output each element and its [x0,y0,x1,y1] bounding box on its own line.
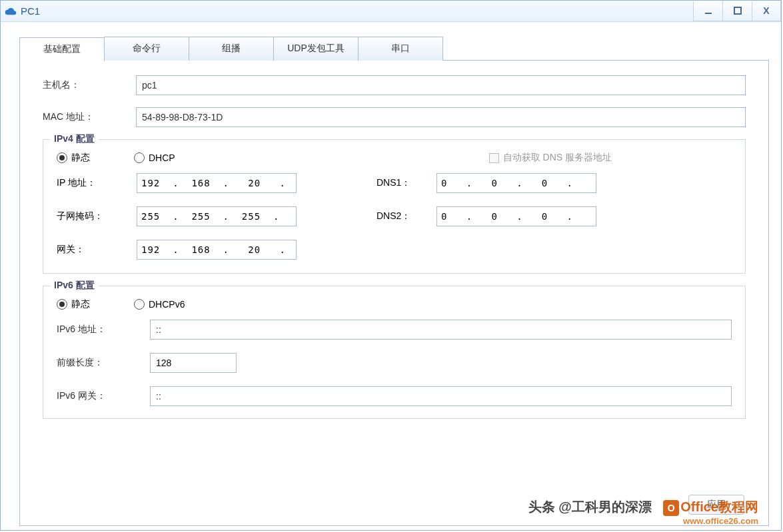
dns1-input[interactable] [436,173,596,193]
ipv4-static-label: 静态 [71,152,90,164]
titlebar-left: PC1 [5,5,40,17]
svg-rect-1 [734,7,741,14]
mask-label: 子网掩码： [57,210,137,222]
tab-command-line[interactable]: 命令行 [104,37,189,61]
ipv4-grid: IP 地址： 子网掩码： 网关： DNS1： [57,173,732,264]
gateway-label: 网关： [57,244,137,256]
app-window: PC1 X 基础配置 命令行 组播 UDP发包工具 串口 主机名： MAC 地址… [0,0,782,531]
mac-label: MAC 地址： [43,111,136,123]
radio-unchecked-icon [134,152,145,163]
tab-udp-tool[interactable]: UDP发包工具 [273,37,359,61]
prefix-label: 前缀长度： [57,357,150,369]
ipv4-legend: IPv4 配置 [50,133,99,145]
hostname-row: 主机名： [43,75,746,95]
mac-input[interactable] [136,107,746,127]
ipv6-address-input[interactable] [150,320,732,340]
ipv6-addr-label: IPv6 地址： [57,324,150,336]
dns2-input[interactable] [436,206,596,226]
prefix-length-input[interactable] [150,353,237,373]
minimize-button[interactable] [693,1,722,21]
checkbox-icon [489,153,499,163]
ip-address-input[interactable] [137,173,297,193]
ipv4-static-radio[interactable]: 静态 [57,152,90,164]
ipv6-static-label: 静态 [71,298,90,310]
hostname-input[interactable] [136,75,746,95]
ipv4-fieldset: IPv4 配置 静态 DHCP 自动获取 DNS 服务器地址 [43,139,746,274]
close-button[interactable]: X [752,1,781,21]
ipv6-gateway-input[interactable] [150,386,732,406]
window-controls: X [693,1,781,21]
ipv6-static-radio[interactable]: 静态 [57,298,90,310]
ipv4-dhcp-radio[interactable]: DHCP [134,152,175,163]
maximize-button[interactable] [722,1,752,21]
auto-dns-checkbox[interactable]: 自动获取 DNS 服务器地址 [489,152,612,164]
dns2-label: DNS2： [377,210,436,222]
dns1-label: DNS1： [377,177,436,189]
ipv6-gw-label: IPv6 网关： [57,390,150,402]
ip-label: IP 地址： [57,177,137,189]
tab-serial[interactable]: 串口 [358,37,443,61]
gateway-input[interactable] [137,240,297,260]
radio-checked-icon [57,152,67,163]
ipv6-fieldset: IPv6 配置 静态 DHCPv6 IPv6 地址： 前缀长度： [43,286,746,419]
auto-dns-label: 自动获取 DNS 服务器地址 [503,152,612,164]
tab-basic-config[interactable]: 基础配置 [19,37,105,61]
radio-checked-icon [57,299,67,310]
ipv6-dhcpv6-label: DHCPv6 [149,299,185,310]
tab-bar: 基础配置 命令行 组播 UDP发包工具 串口 [19,37,781,61]
ipv6-dhcpv6-radio[interactable]: DHCPv6 [134,299,185,310]
titlebar: PC1 X [1,1,781,22]
app-cloud-icon [5,5,17,17]
hostname-label: 主机名： [43,79,136,91]
subnet-mask-input[interactable] [137,206,297,226]
tab-multicast[interactable]: 组播 [189,37,274,61]
ipv4-dhcp-label: DHCP [149,152,175,163]
apply-button[interactable]: 应用 [688,495,744,515]
svg-rect-0 [705,13,712,14]
window-title: PC1 [21,5,40,17]
mac-row: MAC 地址： [43,107,746,127]
radio-unchecked-icon [134,299,145,310]
ipv6-legend: IPv6 配置 [50,280,99,292]
config-panel: 主机名： MAC 地址： IPv4 配置 静态 DHCP [19,60,769,526]
